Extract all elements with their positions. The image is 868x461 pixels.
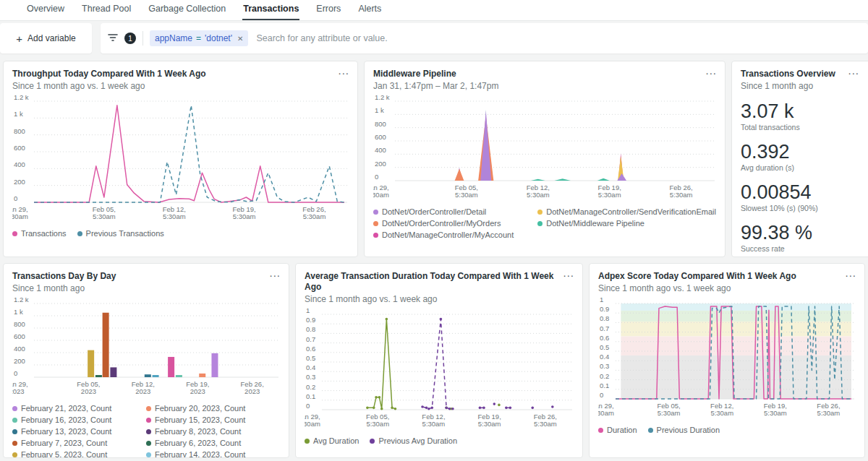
add-variable-label: Add variable: [27, 33, 76, 43]
legend-dot: [373, 210, 378, 215]
legend-label: Previous Transactions: [86, 228, 164, 239]
legend-label: Previous Avg Duration: [378, 435, 457, 447]
top-nav: OverviewThread PoolGarbage CollectionTra…: [0, 0, 868, 21]
legend-item[interactable]: DotNet/ManageController/SendVerification…: [537, 206, 716, 217]
legend-dot: [146, 452, 151, 457]
tab-thread-pool[interactable]: Thread Pool: [81, 0, 132, 20]
avg-duration-chart[interactable]: 10.90.80.70.60.50.40.30.20.10Jan 29,5:30…: [305, 309, 574, 431]
panel-menu-button[interactable]: ...: [563, 268, 574, 278]
tab-alerts[interactable]: Alerts: [357, 0, 382, 20]
filter-search-box[interactable]: 1 appName = 'dotnet' ✕: [101, 23, 868, 53]
legend-item[interactable]: DotNet/ManageController/MyAccount: [373, 229, 537, 241]
legend-item[interactable]: February 5, 2023, Count: [12, 449, 146, 458]
legend-item[interactable]: February 7, 2023, Count: [12, 437, 146, 449]
legend-item[interactable]: February 14, 2023, Count: [146, 449, 280, 458]
panel-menu-button[interactable]: ...: [338, 66, 349, 76]
svg-text:1 k: 1 k: [14, 308, 23, 316]
legend-label: February 14, 2023, Count: [155, 449, 245, 458]
legend-item[interactable]: Duration: [598, 424, 637, 436]
legend-column: February 20, 2023, CountFebruary 15, 202…: [146, 402, 280, 458]
svg-text:0.7: 0.7: [600, 324, 609, 332]
legend-item[interactable]: February 13, 2023, Count: [12, 426, 146, 437]
svg-text:1.2 k: 1.2 k: [14, 298, 29, 303]
svg-text:0.5: 0.5: [600, 343, 609, 351]
svg-text:5:30am: 5:30am: [478, 420, 501, 428]
apdex-legend: DurationPrevious Duration: [598, 424, 856, 436]
legend-label: Transactions: [21, 228, 67, 239]
svg-text:0.5: 0.5: [306, 354, 315, 362]
panel-menu-button[interactable]: ...: [705, 66, 717, 76]
legend-item[interactable]: February 8, 2023, Count: [146, 426, 280, 437]
legend-dot: [12, 406, 17, 411]
svg-text:5:30am: 5:30am: [422, 420, 446, 428]
legend-item[interactable]: DotNet/OrderController/Detail: [373, 206, 537, 217]
divider: [142, 31, 143, 46]
svg-text:0.8: 0.8: [306, 325, 315, 333]
legend-dot: [12, 452, 17, 457]
svg-text:0.2: 0.2: [600, 372, 609, 380]
svg-text:5:30am: 5:30am: [658, 409, 681, 417]
tab-overview[interactable]: Overview: [26, 0, 65, 20]
legend-item[interactable]: February 20, 2023, Count: [146, 402, 280, 414]
legend-item[interactable]: Previous Avg Duration: [370, 435, 457, 447]
tab-errors[interactable]: Errors: [315, 0, 341, 20]
svg-text:400: 400: [375, 146, 386, 154]
throughput-chart[interactable]: 1.2 k1 k8006004002000Jan 29,5:30amFeb 05…: [12, 95, 349, 224]
legend-item[interactable]: February 21, 2023, Count: [12, 402, 146, 414]
tab-garbage-collection[interactable]: Garbage Collection: [148, 0, 226, 20]
svg-text:1.2 k: 1.2 k: [14, 95, 29, 101]
legend-item[interactable]: Transactions: [12, 228, 67, 239]
panel-title: Middleware Pipeline: [373, 69, 716, 79]
svg-text:0.7: 0.7: [306, 335, 315, 343]
day-by-day-chart[interactable]: 1.2 k1 k8006004002000Jan 29,2023Feb 05,2…: [12, 298, 280, 399]
panel-subtitle: Since 1 month ago vs. 1 week ago: [12, 81, 349, 91]
panel-apdex: Adpex Score Today Compared With 1 Week A…: [589, 263, 865, 458]
chip-operator: =: [196, 33, 201, 43]
legend-dot: [373, 221, 378, 226]
legend-item[interactable]: February 16, 2023, Count: [12, 414, 146, 426]
svg-text:5:30am: 5:30am: [233, 212, 256, 220]
legend-item[interactable]: Previous Transactions: [77, 228, 164, 239]
tab-transactions[interactable]: Transactions: [242, 0, 299, 20]
filter-chip-appname[interactable]: appName = 'dotnet' ✕: [150, 30, 248, 46]
stat-value: 99.38 %: [741, 222, 867, 244]
svg-text:0.4: 0.4: [600, 353, 609, 361]
legend-item[interactable]: DotNet/Middleware Pipeline: [537, 217, 716, 229]
middleware-chart[interactable]: 1.2 k1 k8006004002000Jan 29,5:30amFeb 05…: [373, 95, 716, 202]
search-input[interactable]: [255, 33, 861, 44]
legend-item[interactable]: Avg Duration: [305, 435, 359, 447]
legend-item[interactable]: February 6, 2023, Count: [146, 437, 280, 449]
chip-remove-icon[interactable]: ✕: [237, 35, 243, 43]
svg-text:1 k: 1 k: [375, 106, 384, 114]
panel-menu-button[interactable]: ...: [269, 268, 281, 278]
svg-text:5:30am: 5:30am: [710, 409, 733, 417]
svg-text:0: 0: [600, 391, 603, 399]
filter-icon[interactable]: [108, 32, 118, 45]
svg-text:5:30am: 5:30am: [764, 409, 787, 417]
legend-item[interactable]: Previous Duration: [648, 424, 720, 436]
plus-icon: +: [16, 33, 22, 45]
legend-item[interactable]: DotNet/OrderController/MyOrders: [373, 217, 537, 229]
add-variable-button[interactable]: + Add variable: [0, 23, 92, 53]
panel-title: Transactions Day By Day: [12, 271, 280, 282]
svg-text:0: 0: [14, 369, 17, 377]
svg-text:600: 600: [375, 133, 386, 141]
legend-item[interactable]: February 15, 2023, Count: [146, 414, 280, 426]
svg-text:2023: 2023: [81, 387, 96, 395]
panel-menu-button[interactable]: ...: [848, 66, 859, 76]
svg-text:0: 0: [306, 402, 310, 410]
panel-title: Adpex Score Today Compared With 1 Week A…: [598, 271, 856, 282]
svg-text:0.9: 0.9: [306, 316, 315, 324]
legend-label: February 5, 2023, Count: [21, 449, 107, 458]
legend-label: DotNet/ManageController/MyAccount: [382, 229, 514, 241]
svg-text:0.4: 0.4: [306, 363, 315, 371]
svg-text:800: 800: [375, 120, 386, 128]
svg-text:1.2 k: 1.2 k: [375, 95, 390, 101]
svg-text:600: 600: [14, 144, 25, 152]
apdex-chart[interactable]: 10.90.80.70.60.50.40.30.20.10Jan 29,5:30…: [598, 298, 856, 421]
legend-dot: [146, 429, 151, 434]
panel-throughput: Throughput Today Compared With 1 Week Ag…: [3, 61, 358, 257]
middleware-legend: DotNet/OrderController/DetailDotNet/Orde…: [373, 206, 716, 241]
panel-menu-button[interactable]: ...: [845, 268, 856, 278]
legend-label: DotNet/OrderController/MyOrders: [382, 217, 501, 229]
